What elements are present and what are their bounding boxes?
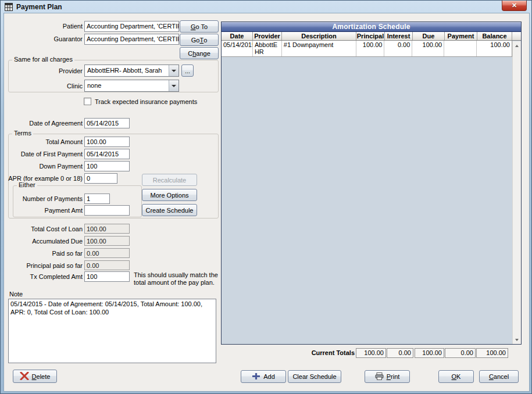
track-insurance-label: Track expected insurance payments xyxy=(95,98,223,105)
scroll-down-icon[interactable] xyxy=(513,335,521,344)
amortization-schedule-panel: Amortization Schedule Date Provider Desc… xyxy=(221,22,522,345)
schedule-column-headers: Date Provider Description Principal Inte… xyxy=(222,32,521,41)
note-textarea[interactable]: 05/14/2015 - Date of Agreement: 05/14/20… xyxy=(8,299,216,363)
cell-provider: AbbottEHR xyxy=(253,41,282,56)
accumulated-due-label: Accumulated Due xyxy=(4,238,83,245)
accumulated-due-field: 100.00 xyxy=(84,236,130,246)
cell-principal: 100.00 xyxy=(356,41,385,56)
close-button[interactable]: ✕ xyxy=(502,1,527,11)
column-header-description: Description xyxy=(282,32,356,40)
tx-completed-field[interactable]: 100 xyxy=(84,271,130,282)
chevron-down-icon[interactable] xyxy=(169,80,178,91)
total-principal: 100.00 xyxy=(356,348,386,358)
amortization-schedule-title: Amortization Schedule xyxy=(222,22,521,32)
note-label: Note xyxy=(9,291,44,298)
total-cost-field: 100.00 xyxy=(84,224,130,234)
titlebar[interactable]: Payment Plan ✕ xyxy=(1,1,531,13)
total-amount-label: Total Amount xyxy=(4,138,83,145)
recalculate-button: Recalculate xyxy=(142,174,197,186)
print-button-label: Print xyxy=(387,373,400,380)
current-totals-label: Current Totals xyxy=(273,349,355,356)
cell-interest: 0.00 xyxy=(384,41,412,56)
down-payment-label: Down Payment xyxy=(4,163,83,170)
create-schedule-button[interactable]: Create Schedule xyxy=(142,204,197,216)
column-header-date: Date xyxy=(222,32,253,40)
principal-paid-field: 0.00 xyxy=(84,260,130,270)
paid-so-far-field: 0.00 xyxy=(84,248,130,258)
dialog-body: Patient Accounting Department, 'CERTIFIC… xyxy=(3,13,530,392)
delete-button[interactable]: Delete xyxy=(13,370,57,383)
grid-app-icon xyxy=(5,3,13,11)
cell-payment xyxy=(444,41,477,56)
number-of-payments-label: Number of Payments xyxy=(4,195,83,202)
scroll-up-icon[interactable] xyxy=(513,41,521,50)
delete-button-label: Delete xyxy=(32,373,51,380)
principal-paid-label: Principal paid so far xyxy=(4,262,83,269)
patient-label: Patient xyxy=(4,23,83,30)
cell-due: 100.00 xyxy=(412,41,444,56)
provider-value: AbbottEHR- Abbott, Sarah xyxy=(85,65,169,76)
cell-description: #1 Downpayment xyxy=(282,41,356,56)
apr-label: APR (for example 0 or 18) xyxy=(4,175,83,182)
print-button[interactable]: Print xyxy=(365,370,410,383)
provider-more-button[interactable]: ... xyxy=(181,65,194,77)
total-payment: 0.00 xyxy=(445,348,476,358)
guarantor-field: Accounting Department, 'CERTIFICA xyxy=(84,34,179,45)
column-header-principal: Principal xyxy=(356,32,385,40)
terms-title: Terms xyxy=(12,130,33,137)
cell-balance: 100.00 xyxy=(477,41,512,56)
clinic-label: Clinic xyxy=(4,83,83,89)
total-interest: 0.00 xyxy=(387,348,413,358)
number-of-payments-field[interactable]: 1 xyxy=(84,194,110,204)
column-header-payment: Payment xyxy=(445,32,477,40)
printer-icon xyxy=(375,372,384,381)
down-payment-field[interactable]: 100 xyxy=(84,161,130,171)
x-icon xyxy=(20,372,29,381)
payment-amt-field[interactable] xyxy=(84,205,130,216)
same-for-all-title: Same for all charges xyxy=(12,56,74,63)
patient-field: Accounting Department, 'CERTIFICA xyxy=(84,21,179,32)
either-title: Either xyxy=(17,181,37,188)
provider-label: Provider xyxy=(4,67,83,74)
track-insurance-checkbox[interactable] xyxy=(84,98,91,105)
first-payment-label: Date of First Payment xyxy=(4,151,83,157)
tx-completed-hint: This should usually match the total amou… xyxy=(134,271,226,286)
first-payment-field[interactable]: 05/14/2015 xyxy=(84,149,130,159)
cell-date: 05/14/2015 xyxy=(222,41,253,56)
schedule-scrollbar[interactable] xyxy=(512,41,521,344)
provider-dropdown[interactable]: AbbottEHR- Abbott, Sarah xyxy=(84,65,179,77)
plus-icon xyxy=(252,372,260,381)
date-of-agreement-label: Date of Agreement xyxy=(4,120,83,127)
window-title: Payment Plan xyxy=(16,3,62,11)
payment-plan-window: Payment Plan ✕ Patient Accounting Depart… xyxy=(0,0,532,394)
chevron-down-icon[interactable] xyxy=(169,65,178,76)
column-header-balance: Balance xyxy=(477,32,512,40)
change-button[interactable]: Change xyxy=(180,47,219,59)
ok-button[interactable]: OK xyxy=(438,370,474,383)
clinic-dropdown[interactable]: none xyxy=(84,80,179,92)
goto-guarantor-button[interactable]: Go To xyxy=(180,34,219,46)
guarantor-label: Guarantor xyxy=(4,35,83,42)
paid-so-far-label: Paid so far xyxy=(4,250,83,257)
close-icon: ✕ xyxy=(512,2,517,9)
total-balance: 100.00 xyxy=(476,348,508,358)
add-button-label: Add xyxy=(263,373,275,380)
column-header-due: Due xyxy=(413,32,445,40)
goto-patient-button[interactable]: Go To xyxy=(180,20,219,33)
schedule-row[interactable]: 05/14/2015 AbbottEHR #1 Downpayment 100.… xyxy=(222,41,512,57)
total-due: 100.00 xyxy=(415,348,444,358)
more-options-button[interactable]: More Options xyxy=(142,189,197,201)
total-amount-field[interactable]: 100.00 xyxy=(84,137,130,147)
column-header-interest: Interest xyxy=(385,32,413,40)
payment-amt-label: Payment Amt xyxy=(4,207,83,214)
tx-completed-label: Tx Completed Amt xyxy=(4,273,83,280)
cancel-button[interactable]: Cancel xyxy=(479,370,519,383)
clear-schedule-button[interactable]: Clear Schedule xyxy=(288,370,341,383)
clinic-value: none xyxy=(85,80,169,91)
date-of-agreement-field[interactable]: 05/14/2015 xyxy=(84,118,130,128)
apr-field[interactable]: 0 xyxy=(84,173,117,184)
total-cost-label: Total Cost of Loan xyxy=(4,225,83,232)
column-header-provider: Provider xyxy=(253,32,282,40)
add-button[interactable]: Add xyxy=(241,370,286,383)
